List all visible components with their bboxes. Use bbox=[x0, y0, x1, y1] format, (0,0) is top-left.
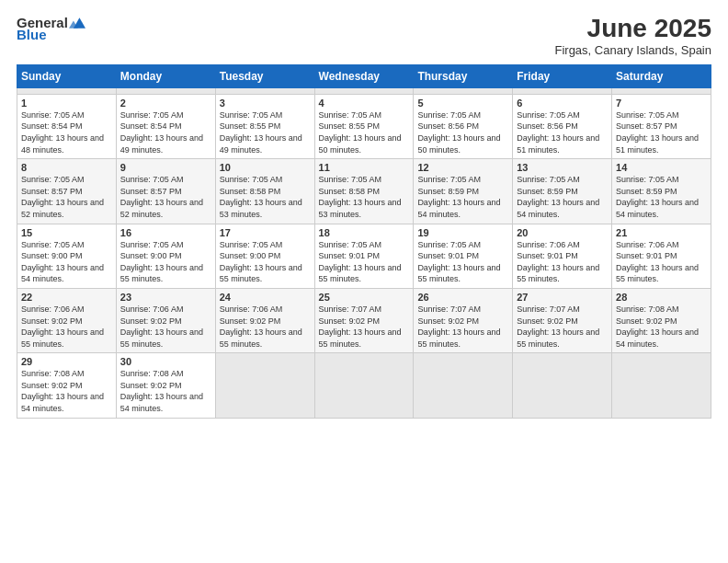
page-title: June 2025 bbox=[554, 15, 711, 43]
day-number: 10 bbox=[220, 162, 311, 173]
calendar-cell: 15Sunrise: 7:05 AM Sunset: 9:00 PM Dayli… bbox=[17, 224, 117, 288]
day-number: 4 bbox=[319, 98, 410, 109]
day-number: 12 bbox=[417, 162, 508, 173]
day-number: 7 bbox=[616, 98, 707, 109]
calendar-cell bbox=[314, 353, 414, 418]
calendar-cell: 3Sunrise: 7:05 AM Sunset: 8:55 PM Daylig… bbox=[215, 94, 314, 158]
day-number: 15 bbox=[21, 227, 112, 238]
cell-details: Sunrise: 7:05 AM Sunset: 9:00 PM Dayligh… bbox=[120, 239, 211, 285]
cell-details: Sunrise: 7:06 AM Sunset: 9:02 PM Dayligh… bbox=[21, 304, 112, 350]
col-thursday: Thursday bbox=[414, 64, 513, 87]
cell-details: Sunrise: 7:05 AM Sunset: 8:59 PM Dayligh… bbox=[517, 174, 608, 220]
cell-details: Sunrise: 7:05 AM Sunset: 9:01 PM Dayligh… bbox=[417, 239, 508, 285]
calendar-cell: 11Sunrise: 7:05 AM Sunset: 8:58 PM Dayli… bbox=[314, 159, 414, 224]
logo-text-blue: Blue bbox=[17, 27, 47, 42]
day-number: 20 bbox=[517, 227, 608, 238]
day-number: 3 bbox=[220, 98, 311, 109]
day-number: 26 bbox=[417, 292, 508, 303]
day-number: 29 bbox=[21, 356, 112, 367]
col-saturday: Saturday bbox=[612, 64, 711, 87]
col-wednesday: Wednesday bbox=[314, 64, 414, 87]
page: General Blue June 2025 Firgas, Canary Is… bbox=[0, 0, 728, 563]
day-number: 18 bbox=[319, 227, 410, 238]
cell-details: Sunrise: 7:06 AM Sunset: 9:01 PM Dayligh… bbox=[517, 239, 608, 285]
day-number: 28 bbox=[616, 292, 707, 303]
cell-details: Sunrise: 7:06 AM Sunset: 9:02 PM Dayligh… bbox=[220, 304, 311, 350]
cell-details: Sunrise: 7:05 AM Sunset: 8:56 PM Dayligh… bbox=[417, 109, 508, 155]
cell-details: Sunrise: 7:05 AM Sunset: 8:55 PM Dayligh… bbox=[319, 109, 410, 155]
cell-details: Sunrise: 7:08 AM Sunset: 9:02 PM Dayligh… bbox=[120, 368, 211, 414]
page-subtitle: Firgas, Canary Islands, Spain bbox=[554, 43, 711, 57]
day-number: 5 bbox=[417, 98, 508, 109]
logo: General Blue bbox=[17, 15, 86, 42]
calendar-cell bbox=[414, 87, 513, 94]
calendar-cell: 27Sunrise: 7:07 AM Sunset: 9:02 PM Dayli… bbox=[513, 288, 612, 352]
day-number: 25 bbox=[319, 292, 410, 303]
calendar-week-5: 29Sunrise: 7:08 AM Sunset: 9:02 PM Dayli… bbox=[17, 353, 711, 418]
cell-details: Sunrise: 7:05 AM Sunset: 9:00 PM Dayligh… bbox=[21, 239, 112, 285]
cell-details: Sunrise: 7:05 AM Sunset: 9:00 PM Dayligh… bbox=[220, 239, 311, 285]
calendar-cell: 25Sunrise: 7:07 AM Sunset: 9:02 PM Dayli… bbox=[314, 288, 414, 352]
calendar-cell bbox=[215, 87, 314, 94]
calendar-cell: 21Sunrise: 7:06 AM Sunset: 9:01 PM Dayli… bbox=[612, 224, 711, 288]
cell-details: Sunrise: 7:05 AM Sunset: 8:59 PM Dayligh… bbox=[417, 174, 508, 220]
day-number: 27 bbox=[517, 292, 608, 303]
day-number: 22 bbox=[21, 292, 112, 303]
calendar-cell bbox=[513, 87, 612, 94]
cell-details: Sunrise: 7:06 AM Sunset: 9:01 PM Dayligh… bbox=[616, 239, 707, 285]
calendar-cell: 30Sunrise: 7:08 AM Sunset: 9:02 PM Dayli… bbox=[116, 353, 215, 418]
cell-details: Sunrise: 7:05 AM Sunset: 8:55 PM Dayligh… bbox=[220, 109, 311, 155]
col-friday: Friday bbox=[513, 64, 612, 87]
day-number: 24 bbox=[220, 292, 311, 303]
cell-details: Sunrise: 7:08 AM Sunset: 9:02 PM Dayligh… bbox=[21, 368, 112, 414]
day-number: 21 bbox=[616, 227, 707, 238]
day-number: 17 bbox=[220, 227, 311, 238]
calendar-cell bbox=[116, 87, 215, 94]
calendar-cell: 20Sunrise: 7:06 AM Sunset: 9:01 PM Dayli… bbox=[513, 224, 612, 288]
calendar-cell: 13Sunrise: 7:05 AM Sunset: 8:59 PM Dayli… bbox=[513, 159, 612, 224]
cell-details: Sunrise: 7:08 AM Sunset: 9:02 PM Dayligh… bbox=[616, 304, 707, 350]
cell-details: Sunrise: 7:05 AM Sunset: 8:59 PM Dayligh… bbox=[616, 174, 707, 220]
header: General Blue June 2025 Firgas, Canary Is… bbox=[17, 15, 711, 57]
col-monday: Monday bbox=[116, 64, 215, 87]
calendar-cell: 29Sunrise: 7:08 AM Sunset: 9:02 PM Dayli… bbox=[17, 353, 117, 418]
calendar-cell: 10Sunrise: 7:05 AM Sunset: 8:58 PM Dayli… bbox=[215, 159, 314, 224]
day-number: 16 bbox=[120, 227, 211, 238]
day-number: 23 bbox=[120, 292, 211, 303]
calendar-cell: 9Sunrise: 7:05 AM Sunset: 8:57 PM Daylig… bbox=[116, 159, 215, 224]
calendar-cell bbox=[513, 353, 612, 418]
cell-details: Sunrise: 7:05 AM Sunset: 8:58 PM Dayligh… bbox=[220, 174, 311, 220]
cell-details: Sunrise: 7:05 AM Sunset: 8:54 PM Dayligh… bbox=[120, 109, 211, 155]
calendar-cell: 19Sunrise: 7:05 AM Sunset: 9:01 PM Dayli… bbox=[414, 224, 513, 288]
col-tuesday: Tuesday bbox=[215, 64, 314, 87]
day-number: 11 bbox=[319, 162, 410, 173]
calendar-cell: 1Sunrise: 7:05 AM Sunset: 8:54 PM Daylig… bbox=[17, 94, 117, 158]
calendar-cell bbox=[17, 87, 117, 94]
day-number: 30 bbox=[120, 356, 211, 367]
calendar-week-4: 22Sunrise: 7:06 AM Sunset: 9:02 PM Dayli… bbox=[17, 288, 711, 352]
cell-details: Sunrise: 7:06 AM Sunset: 9:02 PM Dayligh… bbox=[120, 304, 211, 350]
calendar-table: Sunday Monday Tuesday Wednesday Thursday… bbox=[17, 64, 711, 419]
calendar-week-2: 8Sunrise: 7:05 AM Sunset: 8:57 PM Daylig… bbox=[17, 159, 711, 224]
calendar-cell: 8Sunrise: 7:05 AM Sunset: 8:57 PM Daylig… bbox=[17, 159, 117, 224]
calendar-cell: 26Sunrise: 7:07 AM Sunset: 9:02 PM Dayli… bbox=[414, 288, 513, 352]
day-number: 6 bbox=[517, 98, 608, 109]
cell-details: Sunrise: 7:07 AM Sunset: 9:02 PM Dayligh… bbox=[517, 304, 608, 350]
calendar-cell: 28Sunrise: 7:08 AM Sunset: 9:02 PM Dayli… bbox=[612, 288, 711, 352]
calendar-cell bbox=[215, 353, 314, 418]
calendar-cell: 2Sunrise: 7:05 AM Sunset: 8:54 PM Daylig… bbox=[116, 94, 215, 158]
calendar-cell: 6Sunrise: 7:05 AM Sunset: 8:56 PM Daylig… bbox=[513, 94, 612, 158]
calendar-week-1: 1Sunrise: 7:05 AM Sunset: 8:54 PM Daylig… bbox=[17, 94, 711, 158]
cell-details: Sunrise: 7:05 AM Sunset: 8:54 PM Dayligh… bbox=[21, 109, 112, 155]
calendar-cell: 23Sunrise: 7:06 AM Sunset: 9:02 PM Dayli… bbox=[116, 288, 215, 352]
calendar-cell: 18Sunrise: 7:05 AM Sunset: 9:01 PM Dayli… bbox=[314, 224, 414, 288]
calendar-week-0 bbox=[17, 87, 711, 94]
calendar-cell bbox=[414, 353, 513, 418]
col-sunday: Sunday bbox=[17, 64, 117, 87]
day-number: 13 bbox=[517, 162, 608, 173]
day-number: 2 bbox=[120, 98, 211, 109]
calendar-cell: 4Sunrise: 7:05 AM Sunset: 8:55 PM Daylig… bbox=[314, 94, 414, 158]
calendar-cell: 12Sunrise: 7:05 AM Sunset: 8:59 PM Dayli… bbox=[414, 159, 513, 224]
cell-details: Sunrise: 7:05 AM Sunset: 8:57 PM Dayligh… bbox=[21, 174, 112, 220]
calendar-cell: 16Sunrise: 7:05 AM Sunset: 9:00 PM Dayli… bbox=[116, 224, 215, 288]
